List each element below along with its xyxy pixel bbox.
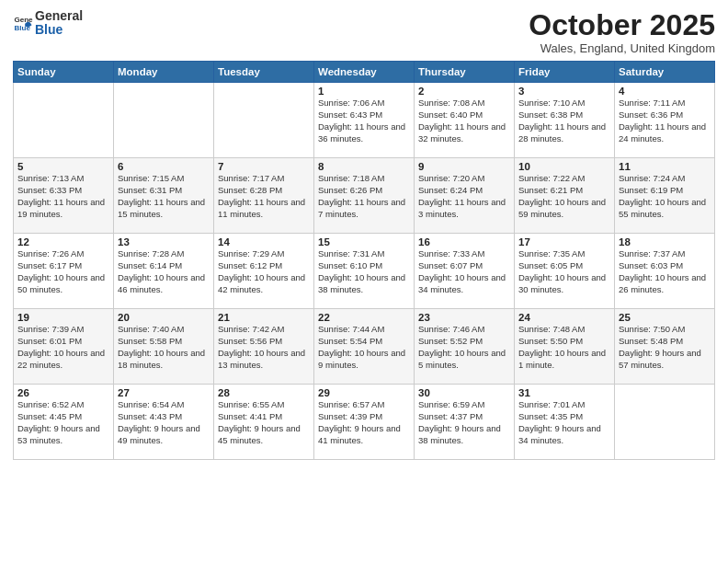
- logo-icon: General Blue: [13, 13, 33, 33]
- calendar-week-row: 19Sunrise: 7:39 AM Sunset: 6:01 PM Dayli…: [14, 309, 715, 385]
- weekday-header: Friday: [515, 62, 615, 83]
- calendar-cell: 14Sunrise: 7:29 AM Sunset: 6:12 PM Dayli…: [214, 234, 314, 309]
- day-info: Sunrise: 7:33 AM Sunset: 6:07 PM Dayligh…: [418, 248, 510, 295]
- day-number: 4: [619, 86, 711, 97]
- logo-general: General: [35, 9, 83, 23]
- day-info: Sunrise: 6:59 AM Sunset: 4:37 PM Dayligh…: [418, 399, 510, 446]
- day-number: 24: [518, 312, 610, 323]
- day-number: 20: [118, 312, 210, 323]
- day-number: 14: [218, 236, 310, 247]
- day-number: 7: [218, 161, 310, 172]
- day-number: 10: [518, 161, 610, 172]
- day-number: 25: [619, 312, 711, 323]
- day-info: Sunrise: 7:31 AM Sunset: 6:10 PM Dayligh…: [318, 248, 410, 295]
- day-number: 22: [318, 312, 410, 323]
- calendar-cell: 20Sunrise: 7:40 AM Sunset: 5:58 PM Dayli…: [114, 309, 214, 385]
- weekday-header: Thursday: [415, 62, 515, 83]
- calendar-cell: 25Sunrise: 7:50 AM Sunset: 5:48 PM Dayli…: [615, 309, 715, 385]
- day-info: Sunrise: 7:13 AM Sunset: 6:33 PM Dayligh…: [17, 173, 109, 220]
- day-number: 16: [418, 236, 510, 247]
- calendar-cell: 19Sunrise: 7:39 AM Sunset: 6:01 PM Dayli…: [14, 309, 114, 385]
- day-info: Sunrise: 7:26 AM Sunset: 6:17 PM Dayligh…: [17, 248, 109, 295]
- calendar-cell: 28Sunrise: 6:55 AM Sunset: 4:41 PM Dayli…: [214, 385, 314, 460]
- day-number: 21: [218, 312, 310, 323]
- day-number: 30: [418, 387, 510, 398]
- day-number: 6: [118, 161, 210, 172]
- day-number: 15: [318, 236, 410, 247]
- calendar-cell: 2Sunrise: 7:08 AM Sunset: 6:40 PM Daylig…: [415, 83, 515, 158]
- day-info: Sunrise: 7:46 AM Sunset: 5:52 PM Dayligh…: [418, 324, 510, 371]
- day-info: Sunrise: 7:44 AM Sunset: 5:54 PM Dayligh…: [318, 324, 410, 371]
- day-info: Sunrise: 7:35 AM Sunset: 6:05 PM Dayligh…: [518, 248, 610, 295]
- day-number: 17: [518, 236, 610, 247]
- weekday-header: Sunday: [14, 62, 114, 83]
- day-number: 31: [518, 387, 610, 398]
- calendar-cell: 29Sunrise: 6:57 AM Sunset: 4:39 PM Dayli…: [314, 385, 415, 460]
- subtitle: Wales, England, United Kingdom: [529, 41, 715, 55]
- calendar-cell: 3Sunrise: 7:10 AM Sunset: 6:38 PM Daylig…: [515, 83, 615, 158]
- day-info: Sunrise: 7:28 AM Sunset: 6:14 PM Dayligh…: [118, 248, 210, 295]
- weekday-header: Tuesday: [214, 62, 314, 83]
- day-info: Sunrise: 7:18 AM Sunset: 6:26 PM Dayligh…: [318, 173, 410, 220]
- day-number: 13: [118, 236, 210, 247]
- day-info: Sunrise: 7:40 AM Sunset: 5:58 PM Dayligh…: [118, 324, 210, 371]
- day-info: Sunrise: 7:01 AM Sunset: 4:35 PM Dayligh…: [518, 399, 610, 446]
- day-info: Sunrise: 7:08 AM Sunset: 6:40 PM Dayligh…: [418, 98, 510, 144]
- day-number: 5: [17, 161, 109, 172]
- calendar-week-row: 5Sunrise: 7:13 AM Sunset: 6:33 PM Daylig…: [14, 158, 715, 234]
- calendar-week-row: 26Sunrise: 6:52 AM Sunset: 4:45 PM Dayli…: [14, 385, 715, 460]
- day-number: 2: [418, 86, 510, 97]
- logo-blue: Blue: [35, 23, 83, 37]
- day-info: Sunrise: 7:15 AM Sunset: 6:31 PM Dayligh…: [118, 173, 210, 220]
- calendar-cell: 17Sunrise: 7:35 AM Sunset: 6:05 PM Dayli…: [515, 234, 615, 309]
- day-info: Sunrise: 7:17 AM Sunset: 6:28 PM Dayligh…: [218, 173, 310, 220]
- calendar-cell: 12Sunrise: 7:26 AM Sunset: 6:17 PM Dayli…: [14, 234, 114, 309]
- day-number: 12: [17, 236, 109, 247]
- day-number: 29: [318, 387, 410, 398]
- weekday-header-row: SundayMondayTuesdayWednesdayThursdayFrid…: [14, 62, 715, 83]
- weekday-header: Saturday: [615, 62, 715, 83]
- calendar-cell: 6Sunrise: 7:15 AM Sunset: 6:31 PM Daylig…: [114, 158, 214, 234]
- day-number: 1: [318, 86, 410, 97]
- day-number: 23: [418, 312, 510, 323]
- day-info: Sunrise: 7:22 AM Sunset: 6:21 PM Dayligh…: [518, 173, 610, 220]
- calendar-cell: [214, 83, 314, 158]
- calendar-cell: 7Sunrise: 7:17 AM Sunset: 6:28 PM Daylig…: [214, 158, 314, 234]
- svg-text:Blue: Blue: [14, 24, 30, 32]
- day-info: Sunrise: 7:48 AM Sunset: 5:50 PM Dayligh…: [518, 324, 610, 371]
- day-number: 27: [118, 387, 210, 398]
- day-info: Sunrise: 7:10 AM Sunset: 6:38 PM Dayligh…: [518, 98, 610, 144]
- day-number: 19: [17, 312, 109, 323]
- calendar-cell: 26Sunrise: 6:52 AM Sunset: 4:45 PM Dayli…: [14, 385, 114, 460]
- day-number: 28: [218, 387, 310, 398]
- weekday-header: Wednesday: [314, 62, 415, 83]
- title-block: October 2025 Wales, England, United King…: [529, 9, 715, 55]
- header: General Blue General Blue October 2025 W…: [13, 9, 715, 55]
- calendar-cell: 16Sunrise: 7:33 AM Sunset: 6:07 PM Dayli…: [415, 234, 515, 309]
- day-info: Sunrise: 7:39 AM Sunset: 6:01 PM Dayligh…: [17, 324, 109, 371]
- calendar-cell: 18Sunrise: 7:37 AM Sunset: 6:03 PM Dayli…: [615, 234, 715, 309]
- calendar-cell: 30Sunrise: 6:59 AM Sunset: 4:37 PM Dayli…: [415, 385, 515, 460]
- day-info: Sunrise: 7:11 AM Sunset: 6:36 PM Dayligh…: [619, 98, 711, 144]
- calendar-cell: 22Sunrise: 7:44 AM Sunset: 5:54 PM Dayli…: [314, 309, 415, 385]
- calendar-cell: 27Sunrise: 6:54 AM Sunset: 4:43 PM Dayli…: [114, 385, 214, 460]
- calendar-cell: 11Sunrise: 7:24 AM Sunset: 6:19 PM Dayli…: [615, 158, 715, 234]
- day-number: 26: [17, 387, 109, 398]
- month-title: October 2025: [529, 9, 715, 41]
- calendar-cell: 31Sunrise: 7:01 AM Sunset: 4:35 PM Dayli…: [515, 385, 615, 460]
- calendar-cell: [14, 83, 114, 158]
- calendar-cell: [114, 83, 214, 158]
- calendar-week-row: 12Sunrise: 7:26 AM Sunset: 6:17 PM Dayli…: [14, 234, 715, 309]
- calendar-cell: 15Sunrise: 7:31 AM Sunset: 6:10 PM Dayli…: [314, 234, 415, 309]
- calendar-cell: 13Sunrise: 7:28 AM Sunset: 6:14 PM Dayli…: [114, 234, 214, 309]
- calendar-cell: 24Sunrise: 7:48 AM Sunset: 5:50 PM Dayli…: [515, 309, 615, 385]
- day-number: 18: [619, 236, 711, 247]
- calendar-week-row: 1Sunrise: 7:06 AM Sunset: 6:43 PM Daylig…: [14, 83, 715, 158]
- day-info: Sunrise: 7:37 AM Sunset: 6:03 PM Dayligh…: [619, 248, 711, 295]
- calendar-cell: 4Sunrise: 7:11 AM Sunset: 6:36 PM Daylig…: [615, 83, 715, 158]
- day-number: 9: [418, 161, 510, 172]
- day-info: Sunrise: 6:54 AM Sunset: 4:43 PM Dayligh…: [118, 399, 210, 446]
- calendar-cell: 5Sunrise: 7:13 AM Sunset: 6:33 PM Daylig…: [14, 158, 114, 234]
- day-info: Sunrise: 7:20 AM Sunset: 6:24 PM Dayligh…: [418, 173, 510, 220]
- calendar-cell: 23Sunrise: 7:46 AM Sunset: 5:52 PM Dayli…: [415, 309, 515, 385]
